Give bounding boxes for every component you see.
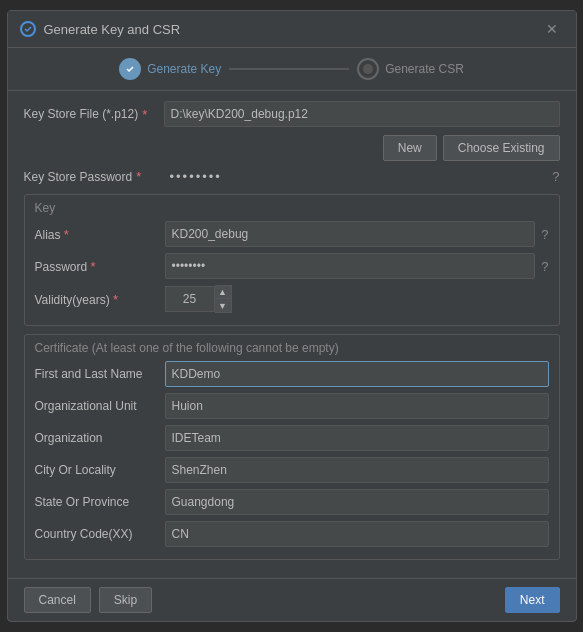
step-line [229,68,349,70]
cert-field-label-4: State Or Province [35,495,165,509]
cert-field-input-2[interactable] [165,425,549,451]
key-password-row: Password * ? [35,253,549,279]
keystore-password-help-icon[interactable]: ? [552,169,559,184]
dialog-footer: Cancel Skip Next [8,578,576,621]
step2-circle [357,58,379,80]
generate-key-csr-dialog: Generate Key and CSR ✕ Generate Key Gene… [7,10,577,622]
close-button[interactable]: ✕ [540,19,564,39]
validity-input[interactable] [165,286,215,312]
cert-field-row-1: Organizational Unit [35,393,549,419]
spinner-buttons: ▲ ▼ [215,285,232,313]
dialog-content: Key Store File (*.p12) * New Choose Exis… [8,91,576,578]
keystore-file-input[interactable] [164,101,560,127]
cert-field-label-2: Organization [35,431,165,445]
cert-field-input-4[interactable] [165,489,549,515]
cert-field-row-0: First and Last Name [35,361,549,387]
title-bar: Generate Key and CSR ✕ [8,11,576,48]
cert-field-label-1: Organizational Unit [35,399,165,413]
spinner-down-button[interactable]: ▼ [215,299,231,312]
cert-field-label-0: First and Last Name [35,367,165,381]
cert-field-input-1[interactable] [165,393,549,419]
svg-point-2 [363,64,373,74]
stepper: Generate Key Generate CSR [8,48,576,91]
cert-field-label-5: Country Code(XX) [35,527,165,541]
cert-field-row-4: State Or Province [35,489,549,515]
alias-help-icon[interactable]: ? [541,227,548,242]
cert-field-row-3: City Or Locality [35,457,549,483]
title-bar-left: Generate Key and CSR [20,21,181,37]
keystore-password-label: Key Store Password * [24,169,164,184]
step2-label: Generate CSR [385,62,464,76]
keystore-file-label: Key Store File (*.p12) * [24,107,164,122]
cert-field-input-3[interactable] [165,457,549,483]
cert-field-label-3: City Or Locality [35,463,165,477]
key-group-label: Key [35,201,549,215]
key-password-input[interactable] [165,253,536,279]
validity-spinner: ▲ ▼ [165,285,232,313]
validity-label: Validity(years) * [35,292,165,307]
alias-label: Alias * [35,227,165,242]
keystore-password-dots: •••••••• [164,169,547,184]
cert-group: Certificate (At least one of the followi… [24,334,560,560]
step-generate-key: Generate Key [119,58,221,80]
step-generate-csr: Generate CSR [357,58,464,80]
validity-row: Validity(years) * ▲ ▼ [35,285,549,313]
key-group: Key Alias * ? Password * ? [24,194,560,326]
cert-field-row-5: Country Code(XX) [35,521,549,547]
app-icon [20,21,36,37]
cert-field-row-2: Organization [35,425,549,451]
cert-group-label: Certificate (At least one of the followi… [35,341,549,355]
skip-button[interactable]: Skip [99,587,152,613]
file-buttons: New Choose Existing [383,135,560,161]
choose-existing-button[interactable]: Choose Existing [443,135,560,161]
keystore-file-row: Key Store File (*.p12) * [24,101,560,127]
spinner-up-button[interactable]: ▲ [215,286,231,299]
cancel-button[interactable]: Cancel [24,587,91,613]
footer-left: Cancel Skip [24,587,153,613]
key-password-help-icon[interactable]: ? [541,259,548,274]
keystore-password-row: Key Store Password * •••••••• ? [24,169,560,184]
dialog-title: Generate Key and CSR [44,22,181,37]
step1-circle [119,58,141,80]
keystore-buttons-row: New Choose Existing [24,135,560,161]
step2-icon [362,63,374,75]
next-button[interactable]: Next [505,587,560,613]
key-password-label: Password * [35,259,165,274]
step1-label: Generate Key [147,62,221,76]
new-button[interactable]: New [383,135,437,161]
cert-field-input-0[interactable] [165,361,549,387]
cert-field-input-5[interactable] [165,521,549,547]
step1-icon [124,63,136,75]
alias-row: Alias * ? [35,221,549,247]
alias-input[interactable] [165,221,536,247]
